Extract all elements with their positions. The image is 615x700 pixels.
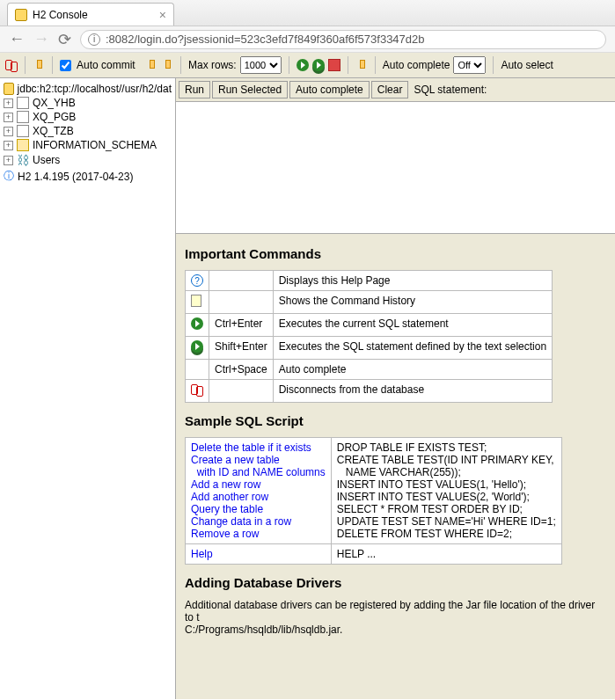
command-row: Ctrl+SpaceAuto complete	[186, 360, 553, 380]
toolbar: Auto commit Max rows: 1000 Auto complete…	[0, 53, 615, 78]
tree-item[interactable]: + INFORMATION_SCHEMA	[4, 138, 172, 152]
table-icon	[17, 111, 29, 123]
auto-complete-select[interactable]: Off	[453, 56, 486, 74]
script-links-cell: Delete the table if it exists Create a n…	[186, 438, 332, 544]
db-root[interactable]: jdbc:h2:tcp://localhost//usr/h2/dat	[4, 82, 172, 96]
expand-icon[interactable]: +	[4, 141, 13, 150]
sql-statement-label: SQL statement:	[414, 84, 487, 96]
script-heading: Sample SQL Script	[185, 413, 606, 428]
command-row: Shows the Command History	[186, 291, 553, 314]
rollback-icon[interactable]	[161, 59, 173, 71]
folder-icon	[17, 139, 29, 151]
tree-item[interactable]: + QX_YHB	[4, 96, 172, 110]
script-link[interactable]: Change data in a row	[191, 515, 291, 528]
help-sql-cell: HELP ...	[331, 544, 561, 565]
browser-url-bar: ← → ⟳ i :8082/login.do?jsessionid=523c3e…	[0, 26, 615, 53]
tree-item[interactable]: + XQ_PGB	[4, 110, 172, 124]
command-key	[209, 380, 274, 403]
script-link[interactable]: Delete the table if it exists	[191, 441, 311, 454]
command-desc: Disconnects from the database	[273, 380, 552, 403]
command-key	[209, 291, 274, 314]
url-input[interactable]: i :8082/login.do?jsessionid=523c3efd7f84…	[80, 30, 606, 49]
command-desc: Shows the Command History	[273, 291, 552, 314]
commands-table: ?Displays this Help PageShows the Comman…	[185, 270, 553, 403]
auto-complete-label: Auto complete	[383, 59, 450, 71]
command-icon-cell: ?	[186, 271, 209, 291]
expand-icon[interactable]: +	[4, 156, 13, 165]
tree-item[interactable]: + ⛓ Users	[4, 152, 172, 168]
script-link[interactable]: Create a new table with ID and NAME colu…	[191, 454, 326, 478]
run-selected-button[interactable]: Run Selected	[212, 81, 288, 98]
auto-commit-checkbox[interactable]	[60, 60, 71, 71]
browser-tab-bar: H2 Console ×	[0, 0, 615, 26]
refresh-icon[interactable]	[33, 59, 45, 71]
disconnect-icon[interactable]	[191, 383, 203, 396]
sidebar: jdbc:h2:tcp://localhost//usr/h2/dat + QX…	[0, 78, 176, 699]
command-key	[209, 271, 274, 291]
command-icon-cell	[186, 380, 209, 403]
command-icon-cell	[186, 337, 209, 360]
jdbc-url: jdbc:h2:tcp://localhost//usr/h2/dat	[18, 83, 172, 95]
auto-commit-label: Auto commit	[77, 59, 135, 71]
expand-icon[interactable]: +	[4, 127, 13, 136]
script-link[interactable]: Add a new row	[191, 478, 260, 491]
browser-tab[interactable]: H2 Console ×	[7, 3, 174, 26]
command-row: Disconnects from the database	[186, 380, 553, 403]
drivers-path: C:/Programs/hsqldb/lib/hsqldb.jar.	[185, 623, 606, 636]
sql-button-bar: Run Run Selected Auto complete Clear SQL…	[176, 78, 615, 102]
command-desc: Executes the current SQL statement	[273, 314, 552, 337]
max-rows-label: Max rows:	[188, 59, 237, 71]
expand-icon[interactable]: +	[4, 113, 13, 122]
expand-icon[interactable]: +	[4, 98, 13, 108]
disconnect-icon[interactable]	[5, 59, 18, 71]
command-key: Ctrl+Enter	[209, 314, 274, 337]
info-icon[interactable]: i	[88, 33, 100, 46]
result-panel: Important Commands ?Displays this Help P…	[176, 234, 615, 699]
script-link[interactable]: Remove a row	[191, 528, 259, 540]
run-selected-icon[interactable]	[191, 340, 203, 353]
command-row: Shift+EnterExecutes the SQL statement de…	[186, 337, 553, 360]
table-icon	[17, 97, 29, 109]
users-icon: ⛓	[17, 153, 29, 167]
command-key: Ctrl+Space	[209, 360, 274, 380]
auto-select-label: Auto select	[501, 59, 553, 71]
version-row: ⓘ H2 1.4.195 (2017-04-23)	[4, 168, 172, 185]
commands-heading: Important Commands	[185, 246, 606, 261]
sql-textarea[interactable]	[176, 102, 615, 234]
favicon-icon	[15, 9, 27, 21]
clear-button[interactable]: Clear	[371, 81, 409, 98]
info-icon: ⓘ	[4, 169, 14, 184]
help-icon[interactable]: ?	[191, 274, 203, 287]
script-link[interactable]: Add another row	[191, 491, 268, 503]
command-key: Shift+Enter	[209, 337, 274, 360]
run-selected-icon[interactable]	[312, 59, 325, 71]
cancel-icon[interactable]	[355, 59, 368, 71]
run-icon[interactable]	[297, 59, 309, 71]
script-link[interactable]: Help	[191, 548, 213, 560]
command-icon-cell	[186, 314, 209, 337]
max-rows-select[interactable]: 1000	[240, 56, 282, 74]
script-table: Delete the table if it exists Create a n…	[185, 437, 562, 565]
command-desc: Auto complete	[273, 360, 552, 380]
script-link[interactable]: Query the table	[191, 503, 263, 515]
command-desc: Displays this Help Page	[273, 271, 552, 291]
url-text: :8082/login.do?jsessionid=523c3efd7f849f…	[106, 33, 425, 46]
auto-complete-button[interactable]: Auto complete	[289, 81, 370, 98]
back-button[interactable]: ←	[9, 30, 25, 48]
command-icon-cell	[186, 291, 209, 314]
command-row: Ctrl+EnterExecutes the current SQL state…	[186, 314, 553, 337]
commit-icon[interactable]	[145, 59, 157, 71]
stop-icon[interactable]	[328, 59, 340, 71]
tree-item[interactable]: + XQ_TZB	[4, 124, 172, 138]
command-row: ?Displays this Help Page	[186, 271, 553, 291]
close-icon[interactable]: ×	[159, 8, 166, 22]
run-icon[interactable]	[191, 317, 203, 330]
command-icon-cell	[186, 360, 209, 380]
command-desc: Executes the SQL statement defined by th…	[273, 337, 552, 360]
reload-button[interactable]: ⟳	[58, 30, 71, 49]
forward-button[interactable]: →	[33, 30, 49, 48]
database-icon	[4, 83, 14, 95]
history-icon[interactable]	[191, 295, 201, 307]
run-button[interactable]: Run	[179, 81, 210, 98]
tab-title: H2 Console	[33, 9, 88, 21]
